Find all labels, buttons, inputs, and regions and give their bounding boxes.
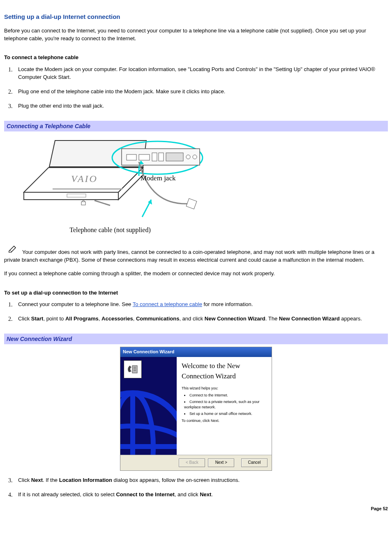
svg-rect-17 [186,198,197,209]
list-item: 2.Plug one end of the telephone cable in… [18,88,388,96]
text-fragment: , and click [175,491,200,497]
wizard-sidebar-graphic [120,357,177,455]
wizard-bullet: Connect to the Internet. [184,393,267,398]
note-text: Your computer does not work with party l… [4,249,374,263]
diagram-telephone-cable: VAIO Modem jack Telephone cable (not sup… [16,135,205,235]
wizard-titlebar: New Connection Wizard [120,347,272,357]
list-item: 1. Connect your computer to a telephone … [18,301,388,309]
list-item: 1.Locate the Modem jack on your computer… [18,66,388,81]
text-fragment: Connect your computer to a telephone lin… [18,301,133,307]
text-fragment: , [133,315,136,322]
bold-label: Location Information [59,477,112,483]
svg-rect-12 [159,153,164,161]
step-text: Plug one end of the telephone cable into… [18,88,225,94]
bold-label: New Connection Wizard [205,315,265,322]
step-text: Locate the Modem jack on your computer. … [18,66,375,80]
subheading-connect-cable: To connect a telephone cable [4,54,388,62]
text-fragment: dialog box appears, follow the on-screen… [112,477,240,483]
page-number: Page 52 [4,506,388,512]
note-splitter: If you connect a telephone cable coming … [4,270,388,278]
svg-rect-11 [152,153,157,161]
text-fragment: . If the [43,477,59,483]
wizard-bullet: Connect to a private network, such as yo… [184,399,267,410]
bold-label: Connect to the Internet [116,491,174,497]
bold-label: Start [31,315,44,322]
text-fragment: , and click [179,315,204,322]
text-fragment: appears. [340,315,362,322]
wizard-continue-text: To continue, click Next. [182,418,267,424]
diagram-label-modem-jack: Modem jack [141,173,175,184]
bold-label: Communications [136,315,179,322]
subheading-setup-dialup: To set up a dial-up connection to the In… [4,289,388,297]
bold-label: Next [200,491,211,497]
svg-marker-1 [24,192,118,200]
text-fragment: . The [265,315,279,322]
wizard-window: New Connection Wizard Welcome to the New… [120,347,272,470]
text-fragment: Click [18,315,31,322]
steps-setup-dialup: 1. Connect your computer to a telephone … [4,301,388,323]
svg-line-22 [10,250,12,252]
wizard-welcome-heading: Welcome to the New Connection Wizard [182,361,267,381]
text-fragment: , point to [43,315,65,322]
text-fragment: for more information. [202,301,253,307]
svg-rect-23 [132,366,137,373]
bold-label: All Programs [65,315,99,322]
text-fragment: , [99,315,101,322]
svg-line-21 [95,200,110,205]
svg-text:VAIO: VAIO [71,173,98,184]
svg-rect-9 [127,154,136,160]
wizard-bullet: Set up a home or small office network. [184,411,267,417]
cancel-button[interactable]: Cancel [241,458,267,467]
section-bar-wizard: New Connection Wizard [4,334,388,344]
wizard-content: Welcome to the New Connection Wizard Thi… [177,357,272,455]
steps-connect-cable: 1.Locate the Modem jack on your computer… [4,66,388,110]
step-text: Click Start, point to All Programs, Acce… [18,315,362,322]
intro-paragraph: Before you can connect to the Internet, … [4,27,388,43]
globe-graphic-icon [120,373,177,455]
step-text: If it is not already selected, click to … [18,491,213,497]
bold-label: Accessories [101,315,133,322]
svg-rect-20 [81,202,85,205]
step-text: Connect your computer to a telephone lin… [18,301,253,307]
svg-rect-10 [139,154,150,160]
svg-point-29 [120,426,177,455]
text-fragment: If it is not already selected, click to … [18,491,116,497]
back-button[interactable]: < Back [179,458,205,467]
svg-point-15 [193,155,197,159]
page-title: Setting up a dial-up Internet connection [4,12,388,21]
list-item: 3.Plug the other end into the wall jack. [18,102,388,110]
text-fragment: . [211,491,213,497]
note-pencil-icon [8,245,17,255]
section-bar-cable: Connecting a Telephone Cable [4,121,388,131]
list-item: 2. Click Start, point to All Programs, A… [18,315,388,323]
wizard-bullet-list: Connect to the Internet. Connect to a pr… [184,393,267,417]
list-item: 3. Click Next. If the Location Informati… [18,477,388,484]
bold-label: Next [31,477,43,483]
bold-label: New Connection Wizard [279,315,340,322]
laptop-modem-illustration: VAIO [16,135,205,221]
text-fragment: Click [18,477,31,483]
wizard-button-row: < Back Next > Cancel [120,455,272,470]
next-button[interactable]: Next > [208,458,234,467]
wizard-helps-text: This wizard helps you: [182,386,267,391]
step-text: Click Next. If the Location Information … [18,477,240,483]
note-warning: Your computer does not work with party l… [4,245,388,264]
diagram-caption: Telephone cable (not supplied) [16,225,205,235]
step-text: Plug the other end into the wall jack. [18,103,104,109]
link-connect-cable[interactable]: To connect a telephone cable [133,301,202,307]
svg-rect-13 [166,153,183,161]
steps-setup-dialup-cont: 3. Click Next. If the Location Informati… [4,477,388,499]
svg-point-14 [186,155,190,159]
list-item: 4. If it is not already selected, click … [18,491,388,499]
